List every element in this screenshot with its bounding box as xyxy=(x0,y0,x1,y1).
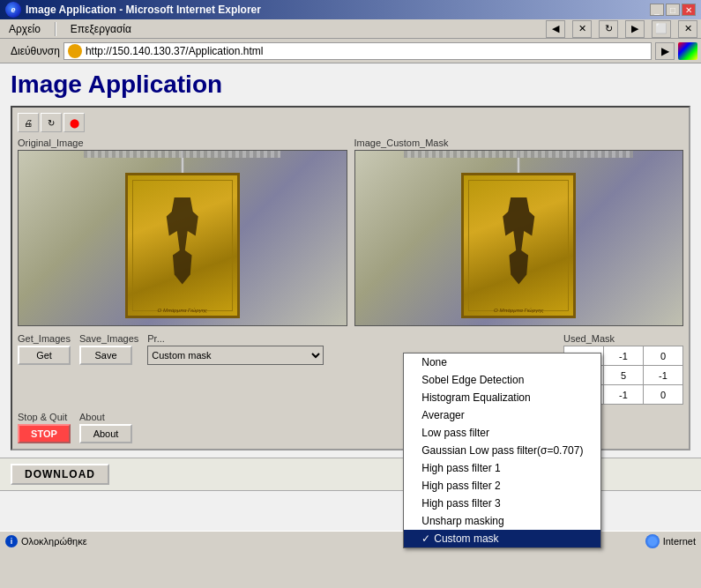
close-button[interactable]: ✕ xyxy=(682,4,696,16)
save-images-group: Save_Images Save xyxy=(79,333,138,365)
menu-item-none[interactable]: None xyxy=(404,354,600,371)
status-right: Internet xyxy=(645,534,696,548)
menu-separator xyxy=(55,22,56,36)
window-title: Image Application - Microsoft Internet E… xyxy=(26,4,261,16)
menu-item-averager[interactable]: Averager xyxy=(404,406,600,424)
nav-button-4[interactable]: ⬜ xyxy=(652,20,671,38)
original-image: Ο Μπάρμπα Γιώργης xyxy=(18,150,347,326)
process-label: Pr... xyxy=(147,333,555,344)
mask-cell-2-2[interactable]: 0 xyxy=(644,385,683,405)
status-text: Ολοκληρώθηκε xyxy=(21,536,87,547)
minimize-button[interactable]: _ xyxy=(650,4,664,16)
forward-button[interactable]: ▶ xyxy=(625,20,645,38)
custom-mask-image: Ο Μπάρμπα Γιώργης xyxy=(354,150,684,326)
used-mask-label: Used_Mask xyxy=(563,333,683,344)
menu-edit[interactable]: Επεξεργασία xyxy=(65,21,137,37)
menu-item-sobel[interactable]: Sobel Edge Detection xyxy=(404,371,600,389)
custom-mask-image-panel: Image_Custom_Mask Ο Μπάρμπα Γιώργης xyxy=(354,138,684,326)
stop-button[interactable]: STOP xyxy=(18,424,71,443)
internet-zone-text: Internet xyxy=(663,536,696,547)
address-url: http://150.140.130.37/Application.html xyxy=(86,45,263,57)
custom-mask-image-label: Image_Custom_Mask xyxy=(354,138,684,148)
ie-logo-icon: e xyxy=(5,2,21,18)
mask-cell-2-1[interactable]: -1 xyxy=(604,385,644,405)
globe-icon xyxy=(645,534,660,548)
stop-quit-label: Stop & Quit xyxy=(18,412,67,422)
stop-quit-group: Stop & Quit STOP xyxy=(18,412,71,443)
menu-item-histogram[interactable]: Histogram Equalization xyxy=(404,389,600,406)
process-group: Pr... Custom mask None Sobel Edge Detect… xyxy=(147,333,555,365)
mask-cell-1-2[interactable]: -1 xyxy=(644,366,683,385)
app-toolbar: 🖨 ↻ ⬤ xyxy=(18,113,683,132)
menu-item-highpass3[interactable]: High pass filter 3 xyxy=(404,495,600,512)
about-button[interactable]: About xyxy=(79,424,132,443)
app-tool-btn-3[interactable]: ⬤ xyxy=(63,113,85,132)
about-group: About About xyxy=(79,412,132,443)
get-images-group: Get_Images Get xyxy=(18,333,71,365)
windows-logo-icon xyxy=(678,42,697,60)
status-icon: i xyxy=(5,535,18,547)
title-bar: e Image Application - Microsoft Internet… xyxy=(0,0,701,19)
menu-item-custom-mask[interactable]: ✓Custom mask xyxy=(404,530,600,547)
about-section-label: About xyxy=(79,412,105,422)
get-button[interactable]: Get xyxy=(18,346,71,365)
save-images-label: Save_Images xyxy=(79,333,138,344)
address-icon xyxy=(68,44,82,58)
nav-button-5[interactable]: ✕ xyxy=(678,20,697,38)
refresh-button[interactable]: ↻ xyxy=(599,20,618,38)
controls-row: Get_Images Get Save_Images Save Pr... Cu… xyxy=(18,333,683,405)
maximize-button[interactable]: □ xyxy=(666,4,680,16)
menu-item-lowpass[interactable]: Low pass filter xyxy=(404,424,600,442)
images-row: Original_Image Ο Μπάρμπα Γιώργης xyxy=(18,138,683,326)
address-bar-row: Διεύθυνση http://150.140.130.37/Applicat… xyxy=(0,39,701,63)
get-images-label: Get_Images xyxy=(18,333,71,344)
mask-cell-0-2[interactable]: 0 xyxy=(644,346,683,366)
mask-cell-1-1[interactable]: 5 xyxy=(604,366,644,385)
original-image-label: Original_Image xyxy=(18,138,347,148)
app-tool-btn-2[interactable]: ↻ xyxy=(41,113,62,132)
menu-item-highpass1[interactable]: High pass filter 1 xyxy=(404,459,600,477)
menu-file[interactable]: Αρχείο xyxy=(4,21,46,37)
stop-nav-button[interactable]: ✕ xyxy=(572,20,592,38)
status-left: i Ολοκληρώθηκε xyxy=(5,535,87,547)
download-button[interactable]: DOWNLOAD xyxy=(11,464,109,485)
original-image-panel: Original_Image Ο Μπάρμπα Γιώργης xyxy=(18,138,347,326)
mask-cell-0-1[interactable]: -1 xyxy=(604,346,644,366)
context-menu: None Sobel Edge Detection Histogram Equa… xyxy=(403,353,601,548)
back-button[interactable]: ◀ xyxy=(546,20,565,38)
app-frame: 🖨 ↻ ⬤ Original_Image xyxy=(11,106,690,450)
main-content: Image Application 🖨 ↻ ⬤ Original_Image xyxy=(0,63,701,531)
address-bar[interactable]: http://150.140.130.37/Application.html xyxy=(63,42,652,60)
process-dropdown[interactable]: Custom mask xyxy=(147,346,324,365)
page-title: Image Application xyxy=(11,71,690,99)
address-label: Διεύθυνση xyxy=(11,45,60,57)
save-button[interactable]: Save xyxy=(79,346,132,365)
menu-item-gaussian[interactable]: Gaussian Low pass filter(σ=0.707) xyxy=(404,442,600,459)
app-tool-btn-1[interactable]: 🖨 xyxy=(18,113,39,132)
menu-bar: Αρχείο Επεξεργασία ◀ ✕ ↻ ▶ ⬜ ✕ xyxy=(0,19,701,39)
menu-item-highpass2[interactable]: High pass filter 2 xyxy=(404,477,600,495)
checkmark-icon: ✓ xyxy=(421,532,430,545)
menu-item-unsharp[interactable]: Unsharp masking xyxy=(404,512,600,530)
go-button[interactable]: ▶ xyxy=(655,42,675,60)
